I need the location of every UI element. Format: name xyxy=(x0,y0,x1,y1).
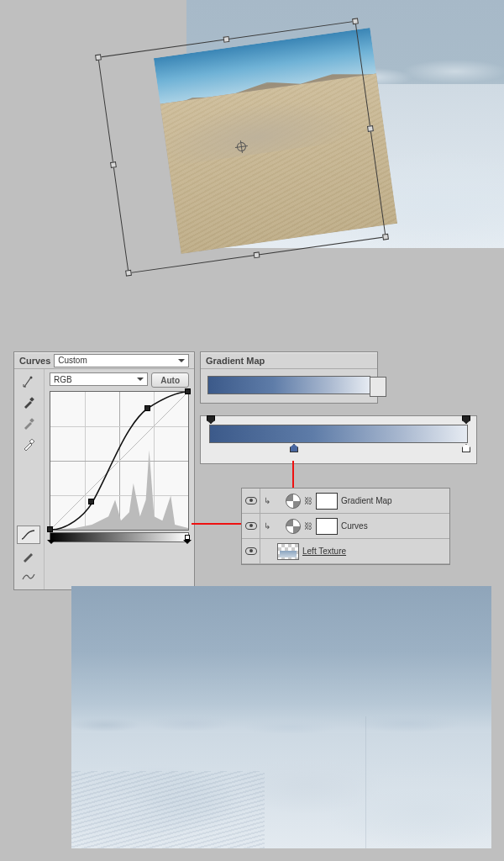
transform-handle-ml[interactable] xyxy=(110,161,117,168)
gradient-bar[interactable] xyxy=(209,425,468,443)
svg-point-0 xyxy=(30,377,33,379)
svg-line-4 xyxy=(50,392,188,530)
curves-auto-button[interactable]: Auto xyxy=(151,372,189,388)
desert-layer[interactable] xyxy=(154,28,397,254)
adjustment-icon xyxy=(286,519,301,534)
svg-rect-2 xyxy=(29,418,34,423)
opacity-stop-right[interactable] xyxy=(462,415,470,424)
opacity-stop-left[interactable] xyxy=(207,415,215,424)
curve-mode-icon[interactable] xyxy=(17,526,40,544)
result-image xyxy=(71,586,491,848)
mask-thumb[interactable] xyxy=(316,493,338,510)
layer-row-left-texture[interactable]: Left Texture xyxy=(242,539,449,564)
curves-auto-label: Auto xyxy=(160,376,180,385)
curves-header: Curves Custom xyxy=(14,352,194,369)
link-icon: ⛓ xyxy=(304,521,312,531)
layer-row-gradient-map[interactable]: ↳ ⛓ Gradient Map xyxy=(242,489,449,514)
transform-handle-bl[interactable] xyxy=(125,270,132,277)
adjustment-icon xyxy=(286,494,301,509)
eyedropper-gray-icon[interactable] xyxy=(17,415,40,433)
gradient-map-swatch[interactable] xyxy=(207,376,370,394)
color-stop-white[interactable] xyxy=(462,444,470,452)
result-dune-ripples xyxy=(71,771,265,848)
target-adjust-icon[interactable] xyxy=(17,372,40,391)
eyedropper-white-icon[interactable] xyxy=(17,436,40,454)
layer-row-curves[interactable]: ↳ ⛓ Curves xyxy=(242,514,449,539)
strip-end-icon xyxy=(185,535,190,540)
mask-thumb[interactable] xyxy=(316,518,338,535)
layer-name: Left Texture xyxy=(302,547,346,556)
clip-arrow-icon: ↳ xyxy=(264,521,270,531)
curves-preset-value: Custom xyxy=(58,356,87,365)
curve-point-2[interactable] xyxy=(144,405,150,411)
white-point-slider[interactable] xyxy=(183,540,192,548)
gradient-map-header: Gradient Map xyxy=(201,352,377,369)
transform-handle-bm[interactable] xyxy=(254,251,260,258)
layer-name: Gradient Map xyxy=(341,496,392,505)
pencil-mode-icon[interactable] xyxy=(17,547,40,565)
curves-input-strip[interactable] xyxy=(50,532,189,542)
transform-handle-tl[interactable] xyxy=(95,54,102,61)
curves-preset-dropdown[interactable]: Custom xyxy=(54,354,189,367)
curves-channel-dropdown[interactable]: RGB xyxy=(50,372,148,386)
curves-curve xyxy=(50,392,188,530)
gradient-map-title: Gradient Map xyxy=(206,356,265,366)
curves-panel: Curves Custom xyxy=(13,351,195,590)
curve-point-0[interactable] xyxy=(47,526,53,532)
visibility-icon[interactable] xyxy=(245,497,257,504)
color-stop-blue[interactable] xyxy=(290,444,298,452)
visibility-icon[interactable] xyxy=(245,547,257,555)
curves-tool-column xyxy=(14,369,45,589)
curves-title: Curves xyxy=(19,356,50,366)
black-point-slider[interactable] xyxy=(47,540,55,548)
eyedropper-black-icon[interactable] xyxy=(17,394,40,412)
smooth-icon[interactable] xyxy=(17,568,40,586)
curves-channel-value: RGB xyxy=(54,375,72,384)
clip-arrow-icon: ↳ xyxy=(264,496,270,505)
curves-plot[interactable] xyxy=(50,391,189,531)
result-seam xyxy=(365,716,366,848)
svg-rect-1 xyxy=(29,397,34,402)
visibility-icon[interactable] xyxy=(245,522,257,530)
texture-thumb[interactable] xyxy=(277,543,299,560)
transform-canvas xyxy=(0,0,504,324)
layers-panel: ↳ ⛓ Gradient Map ↳ ⛓ Curves Left Texture xyxy=(241,488,450,565)
curve-point-3[interactable] xyxy=(185,388,191,394)
gradient-editor xyxy=(200,415,477,464)
gradient-map-panel: Gradient Map xyxy=(200,351,378,404)
gradient-dropdown-icon[interactable] xyxy=(375,383,381,390)
curve-point-1[interactable] xyxy=(88,499,94,504)
link-icon: ⛓ xyxy=(304,496,312,505)
layer-name: Curves xyxy=(341,521,368,531)
